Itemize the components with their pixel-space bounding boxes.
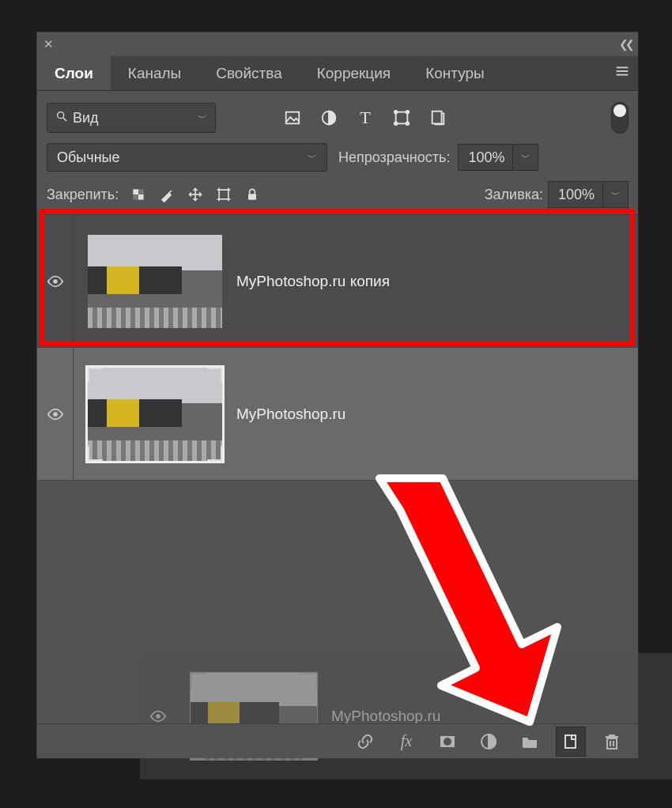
lock-all-icon[interactable]: [244, 186, 261, 203]
chevron-down-icon: ﹀: [198, 111, 207, 125]
layer-name: MyPhotoshop.ru: [331, 708, 440, 725]
tab-channels-label: Каналы: [128, 65, 181, 82]
lock-row: Закрепить: Заливка: 100% ﹀: [37, 181, 638, 214]
layer-kind-label: Вид: [73, 110, 198, 126]
lock-pixels-icon[interactable]: [130, 186, 147, 203]
group-icon[interactable]: [515, 727, 545, 757]
lock-move-icon[interactable]: [187, 186, 204, 203]
mask-icon[interactable]: [432, 727, 462, 757]
tab-adjustments-label: Коррекция: [317, 65, 391, 82]
tab-properties[interactable]: Свойства: [198, 56, 299, 90]
tab-adjustments[interactable]: Коррекция: [300, 56, 408, 90]
svg-point-30: [53, 412, 58, 417]
svg-rect-14: [138, 189, 144, 194]
tab-paths[interactable]: Контуры: [408, 56, 502, 90]
tab-paths-label: Контуры: [425, 65, 485, 82]
filter-toggle[interactable]: [611, 102, 629, 134]
layers-list: MyPhotoshop.ru копия MyPhotoshop.ru: [37, 214, 638, 481]
adjustment-layer-icon[interactable]: [474, 727, 504, 757]
close-icon[interactable]: ✕: [43, 37, 54, 51]
fx-icon[interactable]: fx: [391, 727, 421, 757]
lock-paint-icon[interactable]: [158, 186, 176, 203]
svg-rect-36: [607, 738, 617, 749]
panel-header: ✕ ❮❮: [37, 32, 638, 56]
svg-rect-19: [219, 190, 228, 199]
visibility-toggle[interactable]: [37, 348, 74, 480]
layer-name[interactable]: MyPhotoshop.ru копия: [236, 273, 390, 290]
tab-channels[interactable]: Каналы: [111, 56, 198, 90]
lock-artboard-icon[interactable]: [215, 186, 232, 203]
panel-menu-icon[interactable]: [606, 62, 638, 84]
svg-point-8: [395, 111, 398, 114]
chevron-down-icon: ﹀: [308, 151, 317, 164]
collapse-icon[interactable]: ❮❮: [619, 38, 632, 51]
svg-point-9: [406, 111, 410, 114]
svg-point-3: [58, 111, 64, 118]
smartobject-filter-icon[interactable]: [428, 108, 447, 127]
adjustment-filter-icon[interactable]: [319, 108, 338, 127]
filter-icons: T: [283, 108, 447, 127]
tab-properties-label: Свойства: [216, 65, 281, 82]
blend-mode-label: Обычные: [57, 149, 308, 166]
fill-value[interactable]: 100%: [548, 181, 603, 208]
tab-layers[interactable]: Слои: [37, 56, 111, 90]
svg-point-10: [395, 123, 398, 126]
layers-bottom-bar: fx: [37, 723, 638, 758]
layer-row[interactable]: MyPhotoshop.ru копия: [37, 215, 638, 348]
image-filter-icon[interactable]: [283, 108, 302, 127]
svg-point-33: [444, 738, 451, 746]
trash-icon[interactable]: [597, 727, 627, 757]
opacity-value[interactable]: 100%: [458, 144, 513, 171]
opacity-stepper[interactable]: ﹀: [513, 144, 538, 171]
blend-mode-select[interactable]: Обычные ﹀: [47, 143, 327, 172]
svg-rect-13: [134, 189, 139, 194]
svg-rect-28: [248, 194, 256, 200]
svg-rect-16: [138, 194, 144, 200]
svg-rect-15: [134, 194, 139, 200]
fill-stepper[interactable]: ﹀: [603, 181, 629, 208]
layer-kind-filter[interactable]: Вид ﹀: [47, 103, 216, 133]
layers-panel: ✕ ❮❮ Слои Каналы Свойства Коррекция Конт…: [36, 32, 639, 759]
tab-layers-label: Слои: [55, 65, 93, 82]
svg-rect-12: [432, 111, 442, 124]
visibility-toggle: [140, 653, 176, 780]
lock-label: Закрепить:: [47, 187, 119, 203]
text-filter-icon[interactable]: T: [356, 108, 375, 127]
toggle-knob: [613, 104, 626, 117]
svg-point-29: [53, 279, 58, 284]
shape-filter-icon[interactable]: [392, 108, 411, 127]
layer-name[interactable]: MyPhotoshop.ru: [236, 406, 345, 423]
search-icon: [55, 110, 68, 126]
link-icon[interactable]: [350, 727, 380, 757]
new-layer-icon[interactable]: [556, 727, 586, 757]
opacity-label: Непрозрачность:: [338, 149, 450, 166]
layer-thumbnail[interactable]: [88, 368, 222, 461]
layer-row[interactable]: MyPhotoshop.ru: [37, 348, 638, 481]
layers-toolbar: Вид ﹀ T: [37, 91, 638, 172]
svg-rect-35: [565, 735, 576, 748]
svg-point-11: [406, 123, 410, 126]
visibility-toggle[interactable]: [37, 215, 74, 347]
svg-line-4: [63, 118, 66, 121]
svg-point-31: [156, 714, 160, 719]
fill-label: Заливка:: [485, 187, 543, 203]
svg-rect-7: [396, 112, 408, 124]
svg-rect-5: [286, 112, 300, 124]
layer-thumbnail[interactable]: [88, 235, 222, 328]
drag-ghost-layer: MyPhotoshop.ru: [140, 653, 672, 780]
panel-tabs: Слои Каналы Свойства Коррекция Контуры: [37, 56, 638, 91]
